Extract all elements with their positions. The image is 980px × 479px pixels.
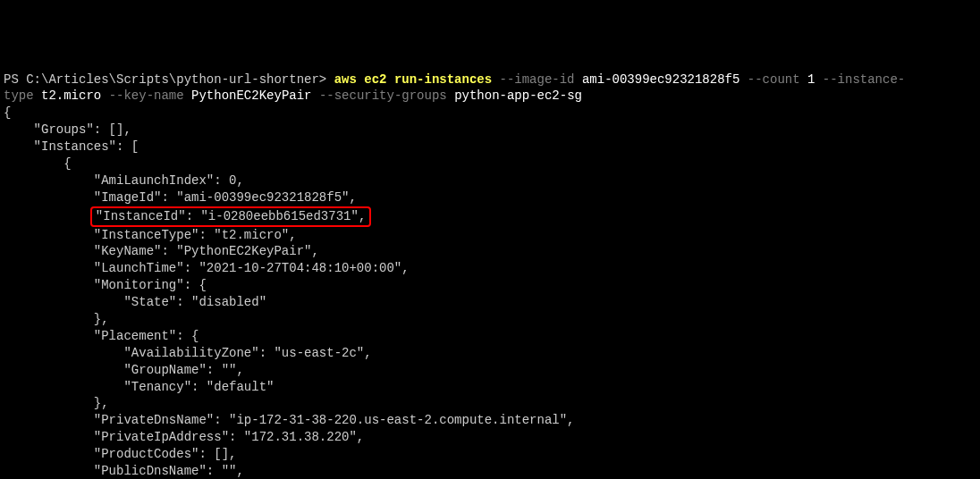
flag-instance-type-part2: type xyxy=(4,88,41,103)
value-instance-type: t2.micro xyxy=(41,88,101,103)
output-line: "Placement": { xyxy=(4,329,199,343)
output-line: { xyxy=(4,105,11,120)
output-line: "LaunchTime": "2021-10-27T04:48:10+00:00… xyxy=(4,261,410,275)
value-image-id: ami-00399ec92321828f5 xyxy=(582,72,739,87)
flag-instance-type-part1: --instance- xyxy=(815,72,905,87)
output-pad xyxy=(4,209,94,223)
flag-security-groups: --security-groups xyxy=(311,88,454,103)
output-line: "Tenancy": "default" xyxy=(4,380,274,394)
output-line: { xyxy=(4,156,72,171)
output-line: "KeyName": "PythonEC2KeyPair", xyxy=(4,244,319,258)
flag-image-id: --image-id xyxy=(492,72,582,87)
output-line: "ImageId": "ami-00399ec92321828f5", xyxy=(4,190,357,205)
output-line: "PrivateDnsName": "ip-172-31-38-220.us-e… xyxy=(4,413,575,427)
value-key-name: PythonEC2KeyPair xyxy=(191,88,311,103)
output-line: "InstanceType": "t2.micro", xyxy=(4,228,297,242)
output-line: "Groups": [], xyxy=(4,122,131,137)
output-instance-id: "InstanceId": "i-0280eebb615ed3731", xyxy=(96,209,366,223)
output-line: "PrivateIpAddress": "172.31.38.220", xyxy=(4,430,364,444)
flag-key-name: --key-name xyxy=(101,88,191,103)
output-line: "ProductCodes": [], xyxy=(4,447,236,461)
output-line: }, xyxy=(4,396,109,410)
output-line: "GroupName": "", xyxy=(4,363,244,377)
output-line: "AvailabilityZone": "us-east-2c", xyxy=(4,346,372,360)
output-line: "State": "disabled" xyxy=(4,295,266,309)
output-line: "Instances": [ xyxy=(4,139,139,154)
output-line: "Monitoring": { xyxy=(4,278,207,292)
value-security-groups: python-app-ec2-sg xyxy=(454,88,582,103)
output-line: "PublicDnsName": "", xyxy=(4,464,244,478)
flag-count: --count xyxy=(739,72,807,87)
command-name: aws ec2 run-instances xyxy=(334,72,492,87)
output-line: }, xyxy=(4,312,109,326)
output-line: "AmiLaunchIndex": 0, xyxy=(4,173,244,188)
terminal-window[interactable]: PS C:\Articles\Scripts\python-url-shortn… xyxy=(4,71,976,479)
prompt-path: PS C:\Articles\Scripts\python-url-shortn… xyxy=(4,72,334,87)
instance-id-highlight: "InstanceId": "i-0280eebb615ed3731", xyxy=(90,206,371,227)
